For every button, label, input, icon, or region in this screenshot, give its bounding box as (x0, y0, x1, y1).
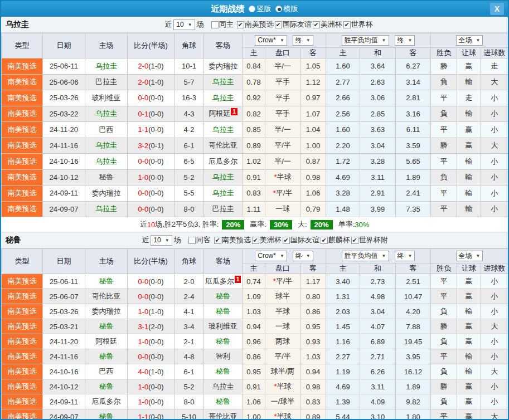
halftime-score: (0-0) (148, 173, 163, 182)
match-count-select[interactable]: 10▼ (151, 235, 172, 246)
result-wdl-cell: 負 (431, 334, 457, 349)
match-type-cell[interactable]: 南美预选 (2, 364, 43, 379)
home-team-name: 秘鲁 (99, 382, 114, 390)
final-mean-select[interactable]: 终▼ (395, 35, 415, 46)
final-mean-select[interactable]: 终▼ (395, 251, 415, 261)
result-handicap-cell: 赢 (457, 122, 481, 138)
match-type-cell[interactable]: 南美预选 (2, 304, 43, 319)
league-filter-checkbox[interactable]: ✔美洲杯 (313, 19, 342, 30)
subheader-result-wdl: 胜负 (431, 48, 457, 58)
checkbox-checked-icon[interactable]: ✔ (321, 237, 328, 244)
match-row: 南美预选 25-03-26 委内瑞拉 1-0(1-0) 4-1 秘鲁 1.03 … (2, 304, 508, 319)
same-venue-checkbox[interactable]: 同客 (188, 235, 211, 245)
league-filter-label: 美洲杯 (260, 235, 282, 245)
checkbox-checked-icon[interactable]: ✔ (351, 237, 358, 244)
away-team-cell: 秘鲁 (204, 334, 243, 349)
match-type-cell[interactable]: 南美预选 (2, 58, 43, 75)
match-type-cell[interactable]: 南美预选 (2, 138, 43, 154)
match-type-cell[interactable]: 南美预选 (2, 334, 43, 349)
match-type-cell[interactable]: 南美预选 (2, 289, 43, 304)
bookmaker-select[interactable]: Crow*▼ (255, 251, 287, 261)
fulltime-select[interactable]: 全场▼ (456, 251, 483, 261)
mean-away-odds: 1.80 (396, 409, 431, 420)
checkbox-checked-icon[interactable]: ✔ (313, 21, 320, 28)
mean-draw-odds: 3.63 (360, 122, 396, 138)
halftime-score: (0-0) (148, 125, 163, 134)
match-type-cell[interactable]: 南美预选 (2, 74, 43, 90)
match-date-cell: 24-10-16 (43, 364, 85, 379)
match-type-cell[interactable]: 南美预选 (2, 274, 43, 289)
bookmaker-select[interactable]: Crow*▼ (255, 35, 287, 46)
score-cell: 3-1(2-0) (128, 319, 174, 334)
checkbox-checked-icon[interactable]: ✔ (283, 237, 290, 244)
crow-away-odds: 0.87 (300, 154, 326, 170)
league-filter-checkbox[interactable]: ✔国际友谊 (275, 19, 312, 30)
layout-radio-vertical[interactable]: 竖版 (249, 4, 272, 14)
summary-row: 近10场,胜2平5负3, 胜率: 20% 赢率: 30% 大: 20% 单率: … (1, 217, 508, 232)
result-handicap-cell: 赢 (457, 289, 481, 304)
chevron-down-icon: ▼ (280, 36, 284, 45)
mean-odds-select[interactable]: 胜平负均值▼ (342, 251, 389, 261)
match-type-cell[interactable]: 南美预选 (2, 90, 43, 106)
match-type-cell[interactable]: 南美预选 (2, 185, 43, 202)
checkbox-checked-icon[interactable]: ✔ (237, 21, 244, 28)
mean-odds-select[interactable]: 胜平负均值▼ (342, 35, 389, 46)
checkbox-checked-icon[interactable]: ✔ (275, 21, 282, 28)
match-type-cell[interactable]: 南美预选 (2, 169, 43, 185)
match-type-cell[interactable]: 南美预选 (2, 319, 43, 334)
match-type-cell[interactable]: 南美预选 (2, 154, 43, 170)
final-odds-select[interactable]: 终▼ (293, 35, 313, 46)
league-filter-checkbox[interactable]: ✔世界杯附 (351, 235, 388, 245)
result-wdl-cell: 平 (431, 201, 457, 217)
final-odds-select[interactable]: 终▼ (293, 251, 313, 261)
mean-draw-odds: 4.07 (360, 319, 396, 334)
league-filter-checkbox[interactable]: ✔美洲杯 (252, 235, 282, 245)
league-filter-checkbox[interactable]: ✔国际友谊 (283, 235, 319, 245)
match-row: 南美预选 25-03-26 玻利维亚 0-0(0-0) 16-3 乌拉圭 0.9… (2, 90, 508, 106)
fulltime-score: 1-0 (138, 383, 148, 391)
match-type-cell[interactable]: 南美预选 (2, 394, 43, 409)
result-goals-cell: 走 (481, 58, 508, 75)
close-button[interactable]: X (490, 3, 504, 15)
match-type-cell[interactable]: 南美预选 (2, 409, 43, 420)
away-team-name: 秘鲁 (216, 292, 230, 300)
match-type-cell[interactable]: 南美预选 (2, 122, 43, 138)
checkbox-checked-icon[interactable]: ✔ (214, 237, 221, 244)
layout-radio-horizontal[interactable]: 横版 (275, 4, 298, 14)
checkbox-unchecked-icon[interactable] (211, 21, 219, 28)
result-handicap-cell: 輸 (457, 349, 481, 364)
match-row: 南美预选 24-09-11 厄瓜多尔 1-0(0-0) 8-0 秘鲁 1.06 … (2, 394, 508, 409)
home-team-name: 巴西 (99, 125, 114, 134)
final-mean-select-value: 终 (397, 252, 404, 260)
mean-draw-odds: 3.04 (360, 304, 396, 319)
halftime-score: (0-0) (148, 277, 163, 286)
match-type-cell[interactable]: 南美预选 (2, 201, 43, 217)
fulltime-score: 0-1 (138, 110, 148, 118)
handicap-line: 平/半 (274, 141, 291, 149)
league-filter-checkbox[interactable]: ✔麒麟杯 (321, 235, 350, 245)
match-date-cell: 24-09-11 (43, 394, 85, 409)
league-filter-checkbox[interactable]: ✔南美预选 (237, 19, 274, 30)
radio-unselected-icon[interactable] (249, 6, 255, 12)
fulltime-select-value: 全场 (459, 36, 472, 45)
league-filter-checkbox[interactable]: ✔世界杯 (343, 19, 373, 30)
near-label: 近 (164, 19, 172, 30)
mean-draw-odds: 3.28 (360, 154, 396, 170)
fulltime-select[interactable]: 全场▼ (456, 35, 483, 46)
score-cell: 3-2(0-1) (128, 138, 174, 154)
away-team-cell: 乌拉圭 (204, 74, 243, 90)
match-count-select[interactable]: 10▼ (173, 19, 195, 30)
result-handicap-cell: 輸 (457, 304, 481, 319)
match-type-cell[interactable]: 南美预选 (2, 379, 43, 394)
handicap-line-cell: 半/一 (265, 58, 300, 75)
home-team-name: 秘鲁 (99, 173, 114, 181)
checkbox-unchecked-icon[interactable] (188, 237, 196, 244)
checkbox-checked-icon[interactable]: ✔ (343, 21, 351, 28)
corner-cell: 4-8 (174, 349, 204, 364)
match-type-cell[interactable]: 南美预选 (2, 349, 43, 364)
league-filter-checkbox[interactable]: ✔南美预选 (214, 235, 251, 245)
checkbox-checked-icon[interactable]: ✔ (252, 237, 259, 244)
same-venue-checkbox[interactable]: 同主 (211, 19, 234, 30)
radio-selected-icon[interactable] (275, 6, 282, 12)
match-type-cell[interactable]: 南美预选 (2, 106, 43, 122)
